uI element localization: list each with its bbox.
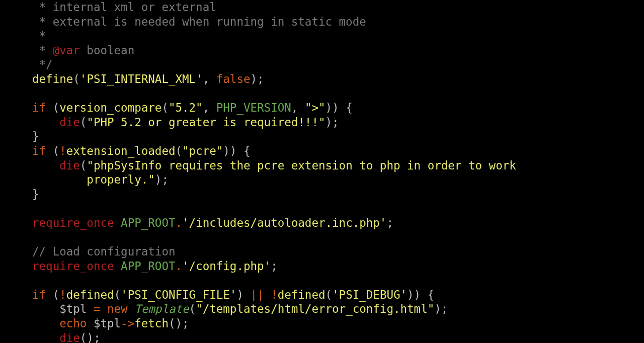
code-editor-content: * internal xml or external * external is…	[0, 0, 644, 343]
code-line: define('PSI_INTERNAL_XML', false);	[32, 72, 264, 85]
code-line: echo $tpl->fetch();	[32, 317, 189, 330]
code-line: }	[32, 130, 39, 143]
code-line: die();	[32, 331, 100, 343]
code-line: if (version_compare("5.2", PHP_VERSION, …	[32, 101, 353, 114]
code-line: die("PHP 5.2 or greater is required!!!")…	[32, 116, 339, 129]
comment-line: * @var boolean	[32, 44, 134, 57]
comment-line: // Load configuration	[32, 245, 175, 258]
code-line: $tpl = new Template("/templates/html/err…	[32, 302, 448, 315]
code-line: die("phpSysInfo requires the pcre extens…	[32, 159, 516, 172]
code-line: require_once APP_ROOT.'/config.php';	[32, 260, 278, 273]
code-line: }	[32, 188, 39, 201]
doc-tag: @var	[53, 44, 80, 57]
comment-line: *	[32, 29, 46, 42]
comment-close: */	[32, 58, 53, 71]
code-line: if (!defined('PSI_CONFIG_FILE') || !defi…	[32, 288, 434, 301]
comment-line: * external is needed when running in sta…	[32, 15, 366, 28]
code-line: properly."	[32, 173, 155, 186]
comment-line: * internal xml or external	[32, 1, 216, 14]
code-line: if (!extension_loaded("pcre")) {	[32, 144, 251, 157]
code-line: require_once APP_ROOT.'/includes/autoloa…	[32, 216, 393, 229]
